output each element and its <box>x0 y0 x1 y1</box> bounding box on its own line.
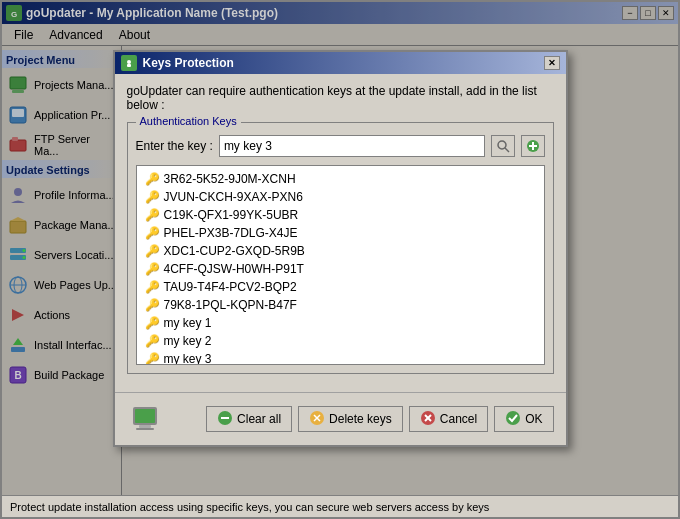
list-item[interactable]: 🔑 my key 3 <box>141 350 540 365</box>
list-item[interactable]: 🔑 3R62-5K52-9J0M-XCNH <box>141 170 540 188</box>
dialog-description: goUpdater can require authentication key… <box>127 84 554 112</box>
key-value: my key 2 <box>164 334 212 348</box>
dialog-footer: Clear all Delete keys <box>115 392 566 445</box>
keys-protection-dialog: Keys Protection ✕ goUpdater can require … <box>113 50 568 447</box>
delete-keys-label: Delete keys <box>329 412 392 426</box>
svg-rect-33 <box>139 425 151 428</box>
svg-line-27 <box>505 148 509 152</box>
list-item[interactable]: 🔑 my key 1 <box>141 314 540 332</box>
key-input-row: Enter the key : <box>136 135 545 157</box>
list-item[interactable]: 🔑 JVUN-CKCH-9XAX-PXN6 <box>141 188 540 206</box>
svg-rect-34 <box>136 428 154 430</box>
key-value: JVUN-CKCH-9XAX-PXN6 <box>164 190 303 204</box>
delete-keys-button[interactable]: Delete keys <box>298 406 403 432</box>
list-item[interactable]: 🔑 TAU9-T4F4-PCV2-BQP2 <box>141 278 540 296</box>
key-icon: 🔑 <box>145 226 160 240</box>
key-icon: 🔑 <box>145 244 160 258</box>
clear-all-label: Clear all <box>237 412 281 426</box>
status-bar: Protect update installation access using… <box>2 495 678 517</box>
status-text: Protect update installation access using… <box>10 501 489 513</box>
dialog-title-text: Keys Protection <box>143 56 234 70</box>
cancel-button[interactable]: Cancel <box>409 406 488 432</box>
modal-overlay: Keys Protection ✕ goUpdater can require … <box>2 2 678 495</box>
list-item[interactable]: 🔑 4CFF-QJSW-H0WH-P91T <box>141 260 540 278</box>
key-value: 3R62-5K52-9J0M-XCNH <box>164 172 296 186</box>
list-item[interactable]: 🔑 my key 2 <box>141 332 540 350</box>
key-input[interactable] <box>219 135 485 157</box>
auth-keys-group: Authentication Keys Enter the key : <box>127 122 554 374</box>
key-icon: 🔑 <box>145 334 160 348</box>
key-value: PHEL-PX3B-7DLG-X4JE <box>164 226 298 240</box>
list-item[interactable]: 🔑 XDC1-CUP2-GXQD-5R9B <box>141 242 540 260</box>
svg-rect-25 <box>127 64 131 67</box>
main-window: G goUpdater - My Application Name (Test.… <box>0 0 680 519</box>
list-item[interactable]: 🔑 79K8-1PQL-KQPN-B47F <box>141 296 540 314</box>
key-value: XDC1-CUP2-GXQD-5R9B <box>164 244 305 258</box>
key-icon: 🔑 <box>145 262 160 276</box>
key-value: my key 1 <box>164 316 212 330</box>
key-value: my key 3 <box>164 352 212 365</box>
key-add-button[interactable] <box>521 135 545 157</box>
svg-point-43 <box>506 411 520 425</box>
dialog-close-button[interactable]: ✕ <box>544 56 560 70</box>
cancel-label: Cancel <box>440 412 477 426</box>
ok-button[interactable]: OK <box>494 406 553 432</box>
ok-icon <box>505 410 521 429</box>
key-value: C19K-QFX1-99YK-5UBR <box>164 208 299 222</box>
key-value: 4CFF-QJSW-H0WH-P91T <box>164 262 304 276</box>
cancel-icon <box>420 410 436 429</box>
keys-list[interactable]: 🔑 3R62-5K52-9J0M-XCNH 🔑 JVUN-CKCH-9XAX-P… <box>136 165 545 365</box>
svg-point-26 <box>498 141 506 149</box>
ok-label: OK <box>525 412 542 426</box>
clear-all-button[interactable]: Clear all <box>206 406 292 432</box>
clear-all-icon <box>217 410 233 429</box>
input-label: Enter the key : <box>136 139 213 153</box>
key-icon: 🔑 <box>145 208 160 222</box>
key-icon: 🔑 <box>145 298 160 312</box>
key-icon: 🔑 <box>145 352 160 365</box>
key-search-button[interactable] <box>491 135 515 157</box>
dialog-icon <box>121 55 137 71</box>
key-icon: 🔑 <box>145 316 160 330</box>
svg-rect-32 <box>135 409 155 423</box>
dialog-title-bar: Keys Protection ✕ <box>115 52 566 74</box>
delete-keys-icon <box>309 410 325 429</box>
list-item[interactable]: 🔑 PHEL-PX3B-7DLG-X4JE <box>141 224 540 242</box>
auth-keys-legend: Authentication Keys <box>136 115 241 127</box>
key-icon: 🔑 <box>145 172 160 186</box>
key-value: 79K8-1PQL-KQPN-B47F <box>164 298 297 312</box>
svg-point-24 <box>127 60 131 64</box>
dialog-body: goUpdater can require authentication key… <box>115 74 566 392</box>
list-item[interactable]: 🔑 C19K-QFX1-99YK-5UBR <box>141 206 540 224</box>
footer-computer-icon <box>127 401 163 437</box>
key-icon: 🔑 <box>145 280 160 294</box>
key-value: TAU9-T4F4-PCV2-BQP2 <box>164 280 297 294</box>
key-icon: 🔑 <box>145 190 160 204</box>
